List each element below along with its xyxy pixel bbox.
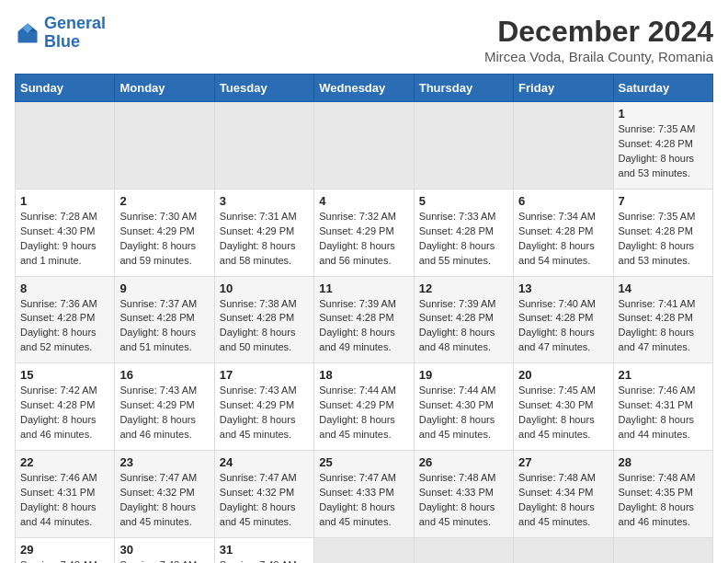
day-number: 28 — [619, 455, 708, 469]
day-info: Sunrise: 7:48 AM Sunset: 4:35 PM Dayligh… — [619, 471, 708, 530]
day-info: Sunrise: 7:31 AM Sunset: 4:29 PM Dayligh… — [220, 210, 309, 269]
calendar-cell: 18 Sunrise: 7:44 AM Sunset: 4:29 PM Dayl… — [314, 363, 414, 451]
day-number: 1 — [20, 194, 109, 208]
day-info: Sunrise: 7:48 AM Sunset: 4:36 PM Dayligh… — [119, 558, 209, 563]
day-info: Sunrise: 7:28 AM Sunset: 4:30 PM Dayligh… — [20, 210, 109, 269]
calendar-cell: 19 Sunrise: 7:44 AM Sunset: 4:30 PM Dayl… — [414, 363, 513, 451]
logo: General Blue — [15, 15, 106, 52]
calendar-cell: 26 Sunrise: 7:48 AM Sunset: 4:33 PM Dayl… — [414, 451, 513, 538]
calendar-cell: 31 Sunrise: 7:49 AM Sunset: 4:37 PM Dayl… — [214, 537, 313, 563]
calendar-cell — [414, 537, 513, 563]
calendar-cell — [514, 537, 613, 563]
day-number: 2 — [119, 194, 209, 208]
day-number: 1 — [619, 107, 708, 121]
day-info: Sunrise: 7:35 AM Sunset: 4:28 PM Dayligh… — [619, 210, 708, 269]
day-number: 15 — [20, 368, 109, 382]
calendar-cell: 11 Sunrise: 7:39 AM Sunset: 4:28 PM Dayl… — [314, 276, 414, 363]
day-info: Sunrise: 7:45 AM Sunset: 4:30 PM Dayligh… — [518, 384, 608, 442]
week-row-4: 22 Sunrise: 7:46 AM Sunset: 4:31 PM Dayl… — [16, 451, 713, 538]
day-info: Sunrise: 7:47 AM Sunset: 4:33 PM Dayligh… — [319, 471, 408, 530]
calendar-cell — [514, 102, 613, 190]
main-title: December 2024 — [484, 15, 713, 49]
calendar-cell — [314, 537, 414, 563]
day-info: Sunrise: 7:34 AM Sunset: 4:28 PM Dayligh… — [518, 210, 608, 269]
day-info: Sunrise: 7:49 AM Sunset: 4:37 PM Dayligh… — [220, 558, 309, 563]
day-number: 9 — [119, 282, 209, 295]
weekday-header-wednesday: Wednesday — [314, 75, 414, 102]
day-number: 13 — [518, 282, 608, 295]
calendar-cell — [214, 102, 313, 190]
day-number: 11 — [319, 282, 408, 295]
calendar-cell — [16, 102, 115, 190]
day-info: Sunrise: 7:47 AM Sunset: 4:32 PM Dayligh… — [119, 471, 209, 530]
calendar-cell: 8 Sunrise: 7:36 AM Sunset: 4:28 PM Dayli… — [16, 276, 115, 363]
day-info: Sunrise: 7:30 AM Sunset: 4:29 PM Dayligh… — [119, 210, 209, 269]
calendar-cell: 5 Sunrise: 7:33 AM Sunset: 4:28 PM Dayli… — [414, 189, 513, 276]
day-info: Sunrise: 7:48 AM Sunset: 4:36 PM Dayligh… — [20, 558, 109, 563]
day-number: 14 — [619, 282, 708, 295]
calendar-cell: 9 Sunrise: 7:37 AM Sunset: 4:28 PM Dayli… — [115, 276, 214, 363]
day-number: 16 — [119, 368, 209, 382]
day-number: 20 — [518, 368, 608, 382]
day-number: 7 — [619, 194, 708, 208]
calendar-cell: 16 Sunrise: 7:43 AM Sunset: 4:29 PM Dayl… — [115, 363, 214, 451]
day-number: 8 — [20, 282, 109, 295]
subtitle: Mircea Voda, Braila County, Romania — [484, 49, 713, 64]
day-info: Sunrise: 7:41 AM Sunset: 4:28 PM Dayligh… — [619, 297, 708, 356]
weekday-header-sunday: Sunday — [16, 75, 115, 102]
calendar-cell: 14 Sunrise: 7:41 AM Sunset: 4:28 PM Dayl… — [613, 276, 712, 363]
calendar-cell: 17 Sunrise: 7:43 AM Sunset: 4:29 PM Dayl… — [214, 363, 313, 451]
calendar-cell: 1 Sunrise: 7:28 AM Sunset: 4:30 PM Dayli… — [16, 189, 115, 276]
day-info: Sunrise: 7:43 AM Sunset: 4:29 PM Dayligh… — [119, 384, 209, 442]
day-info: Sunrise: 7:40 AM Sunset: 4:28 PM Dayligh… — [518, 297, 608, 356]
calendar-cell: 29 Sunrise: 7:48 AM Sunset: 4:36 PM Dayl… — [16, 537, 115, 563]
day-number: 12 — [419, 282, 508, 295]
calendar-cell — [414, 102, 513, 190]
calendar-cell: 13 Sunrise: 7:40 AM Sunset: 4:28 PM Dayl… — [514, 276, 613, 363]
calendar-cell: 2 Sunrise: 7:30 AM Sunset: 4:29 PM Dayli… — [115, 189, 214, 276]
calendar-cell: 6 Sunrise: 7:34 AM Sunset: 4:28 PM Dayli… — [514, 189, 613, 276]
calendar-cell: 25 Sunrise: 7:47 AM Sunset: 4:33 PM Dayl… — [314, 451, 414, 538]
calendar-cell: 10 Sunrise: 7:38 AM Sunset: 4:28 PM Dayl… — [214, 276, 313, 363]
day-number: 4 — [319, 194, 408, 208]
day-info: Sunrise: 7:44 AM Sunset: 4:29 PM Dayligh… — [319, 384, 408, 442]
calendar-cell: 3 Sunrise: 7:31 AM Sunset: 4:29 PM Dayli… — [214, 189, 313, 276]
day-number: 22 — [20, 455, 109, 469]
day-number: 17 — [220, 368, 309, 382]
day-info: Sunrise: 7:48 AM Sunset: 4:34 PM Dayligh… — [518, 471, 608, 530]
week-row-5: 29 Sunrise: 7:48 AM Sunset: 4:36 PM Dayl… — [16, 537, 713, 563]
day-number: 24 — [220, 455, 309, 469]
calendar-cell: 20 Sunrise: 7:45 AM Sunset: 4:30 PM Dayl… — [514, 363, 613, 451]
day-number: 5 — [419, 194, 508, 208]
title-block: December 2024 Mircea Voda, Braila County… — [484, 15, 713, 64]
day-number: 29 — [20, 543, 109, 557]
calendar-cell — [314, 102, 414, 190]
week-row-3: 15 Sunrise: 7:42 AM Sunset: 4:28 PM Dayl… — [16, 363, 713, 451]
day-info: Sunrise: 7:39 AM Sunset: 4:28 PM Dayligh… — [419, 297, 508, 356]
logo-icon — [15, 20, 40, 46]
calendar-cell: 1 Sunrise: 7:35 AM Sunset: 4:28 PM Dayli… — [613, 102, 712, 190]
day-number: 26 — [419, 455, 508, 469]
calendar-cell: 22 Sunrise: 7:46 AM Sunset: 4:31 PM Dayl… — [16, 451, 115, 538]
day-number: 30 — [119, 543, 209, 557]
weekday-header-row: SundayMondayTuesdayWednesdayThursdayFrid… — [16, 75, 713, 102]
weekday-header-friday: Friday — [514, 75, 613, 102]
day-number: 6 — [518, 194, 608, 208]
day-number: 23 — [119, 455, 209, 469]
calendar-cell — [115, 102, 214, 190]
day-info: Sunrise: 7:37 AM Sunset: 4:28 PM Dayligh… — [119, 297, 209, 356]
day-info: Sunrise: 7:38 AM Sunset: 4:28 PM Dayligh… — [220, 297, 309, 356]
calendar-table: SundayMondayTuesdayWednesdayThursdayFrid… — [15, 74, 713, 563]
day-info: Sunrise: 7:46 AM Sunset: 4:31 PM Dayligh… — [20, 471, 109, 530]
day-info: Sunrise: 7:46 AM Sunset: 4:31 PM Dayligh… — [619, 384, 708, 442]
day-info: Sunrise: 7:35 AM Sunset: 4:28 PM Dayligh… — [619, 122, 708, 181]
day-number: 25 — [319, 455, 408, 469]
day-info: Sunrise: 7:32 AM Sunset: 4:29 PM Dayligh… — [319, 210, 408, 269]
day-info: Sunrise: 7:47 AM Sunset: 4:32 PM Dayligh… — [220, 471, 309, 530]
week-row-2: 8 Sunrise: 7:36 AM Sunset: 4:28 PM Dayli… — [16, 276, 713, 363]
day-info: Sunrise: 7:43 AM Sunset: 4:29 PM Dayligh… — [220, 384, 309, 442]
day-info: Sunrise: 7:39 AM Sunset: 4:28 PM Dayligh… — [319, 297, 408, 356]
week-row-1: 1 Sunrise: 7:28 AM Sunset: 4:30 PM Dayli… — [16, 189, 713, 276]
day-info: Sunrise: 7:44 AM Sunset: 4:30 PM Dayligh… — [419, 384, 508, 442]
weekday-header-monday: Monday — [115, 75, 214, 102]
